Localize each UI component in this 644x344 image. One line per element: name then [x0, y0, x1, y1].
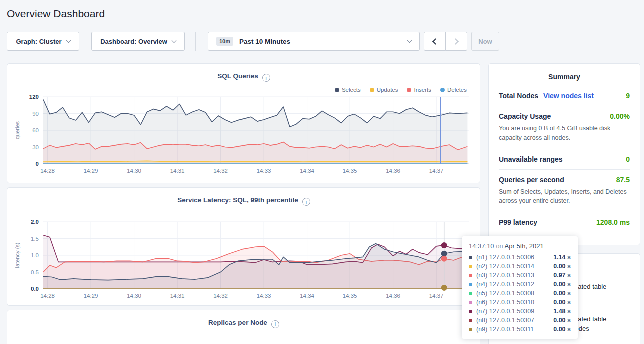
time-range-selector[interactable]: 10m Past 10 Minutes — [208, 32, 420, 51]
svg-text:14:29: 14:29 — [84, 168, 98, 174]
summary-row-p99-latency: P99 latency 1208.0 ms — [499, 212, 630, 232]
node-color-dot — [469, 319, 472, 322]
chart-title-row: Service Latency: SQL, 99th percentilei — [7, 188, 480, 206]
qps-subtitle: Sum of Selects, Updates, Inserts, and De… — [499, 187, 630, 206]
time-next-button[interactable] — [445, 32, 467, 51]
unavailable-ranges-label: Unavailable ranges — [499, 155, 563, 163]
summary-heading: Summary — [499, 64, 630, 86]
tooltip-row: (n5) 127.0.0.1:503080.00 s — [469, 289, 571, 298]
overview-dashboard-page: Overview Dashboard Graph: Cluster Dashbo… — [0, 0, 644, 344]
node-name: (n2) 127.0.0.1:50314 — [476, 263, 534, 270]
svg-text:14:31: 14:31 — [170, 293, 185, 299]
node-value: 1.14 s — [553, 254, 571, 261]
svg-text:14:33: 14:33 — [257, 168, 271, 174]
svg-text:14:30: 14:30 — [127, 293, 141, 299]
chevron-down-icon — [171, 38, 176, 43]
node-color-dot — [469, 256, 472, 259]
total-nodes-label: Total Nodes — [499, 92, 538, 100]
legend-item-selects[interactable]: Selects — [335, 87, 361, 93]
legend-label: Inserts — [414, 87, 431, 93]
legend-dot — [407, 88, 411, 92]
svg-text:14:28: 14:28 — [40, 168, 55, 174]
graph-selector-dropdown[interactable]: Graph: Cluster — [7, 32, 79, 51]
tooltip-on: on — [494, 242, 505, 250]
chevron-right-icon — [452, 38, 459, 45]
summary-row-capacity: Capacity Usage 0.00% You are using 0 B o… — [499, 106, 630, 149]
svg-text:14:29: 14:29 — [84, 293, 98, 299]
svg-text:120: 120 — [29, 94, 39, 100]
chart-tooltip: 14:37:10 on Apr 5th, 2021 (n1) 127.0.0.1… — [462, 236, 578, 339]
svg-text:1.0: 1.0 — [31, 252, 39, 258]
time-prev-button[interactable] — [424, 32, 446, 51]
time-range-badge: 10m — [216, 37, 233, 46]
node-value: 0.00 s — [553, 263, 571, 270]
svg-text:14:35: 14:35 — [343, 293, 357, 299]
svg-text:14:36: 14:36 — [386, 168, 400, 174]
node-color-dot — [469, 283, 472, 286]
svg-text:14:36: 14:36 — [386, 293, 400, 299]
tooltip-time: 14:37:10 — [469, 242, 494, 250]
qps-label: Queries per second — [499, 176, 564, 184]
info-icon[interactable]: i — [302, 198, 310, 206]
time-step-buttons — [424, 32, 467, 51]
legend-dot — [335, 88, 339, 92]
node-name: (n4) 127.0.0.1:50312 — [476, 281, 534, 288]
tooltip-row: (n8) 127.0.0.1:503070.00 s — [469, 316, 571, 325]
svg-text:2.0: 2.0 — [31, 219, 39, 225]
node-value: 1.48 s — [553, 308, 571, 315]
info-icon[interactable]: i — [271, 320, 279, 328]
chart-title: Service Latency: SQL, 99th percentile — [177, 196, 298, 204]
node-value: 0.00 s — [553, 326, 571, 333]
summary-row-unavailable-ranges: Unavailable ranges 0 — [499, 149, 630, 170]
svg-text:14:35: 14:35 — [343, 168, 357, 174]
capacity-value: 0.00% — [610, 112, 630, 120]
service-latency-chart[interactable]: 0.00.51.01.52.014:2814:2914:3014:3114:32… — [11, 219, 477, 308]
summary-row-total-nodes: Total Nodes View nodes list 9 — [499, 86, 630, 106]
svg-text:14:30: 14:30 — [127, 168, 141, 174]
node-color-dot — [469, 328, 472, 331]
svg-text:14:28: 14:28 — [40, 293, 55, 299]
node-color-dot — [469, 274, 472, 277]
tooltip-date: Apr 5th, 2021 — [505, 242, 544, 250]
svg-text:latency (s): latency (s) — [14, 243, 20, 268]
legend-label: Updates — [377, 87, 398, 93]
p99-latency-label: P99 latency — [499, 218, 537, 226]
controls-bar: Graph: Cluster Dashboard: Overview 10m P… — [7, 32, 637, 51]
graph-selector-label: Graph: Cluster — [16, 38, 61, 45]
legend-item-updates[interactable]: Updates — [370, 87, 398, 93]
chart-title: SQL Queries — [217, 72, 258, 80]
node-name: (n5) 127.0.0.1:50308 — [476, 290, 534, 297]
svg-text:14:37: 14:37 — [429, 168, 444, 174]
tooltip-row: (n9) 127.0.0.1:503110.00 s — [469, 325, 571, 334]
node-name: (n7) 127.0.0.1:50309 — [476, 308, 534, 315]
node-value: 0.00 s — [553, 317, 571, 324]
svg-text:14:37: 14:37 — [429, 293, 444, 299]
charts-column: SQL Queriesi SelectsUpdatesInsertsDelete… — [7, 63, 480, 344]
svg-text:0.0: 0.0 — [31, 286, 39, 292]
legend-item-inserts[interactable]: Inserts — [407, 87, 431, 93]
node-name: (n9) 127.0.0.1:50311 — [476, 326, 534, 333]
svg-text:60: 60 — [32, 127, 39, 133]
legend-label: Deletes — [447, 87, 467, 93]
svg-text:0: 0 — [36, 161, 39, 167]
now-button[interactable]: Now — [471, 32, 499, 51]
legend-item-deletes[interactable]: Deletes — [440, 87, 467, 93]
svg-text:14:31: 14:31 — [170, 168, 185, 174]
p99-latency-value: 1208.0 ms — [596, 218, 630, 226]
dashboard-selector-label: Dashboard: Overview — [100, 38, 167, 45]
dashboard-selector-dropdown[interactable]: Dashboard: Overview — [91, 32, 185, 51]
node-value: 0.00 s — [553, 290, 571, 297]
svg-text:1.5: 1.5 — [31, 236, 39, 242]
legend-dot — [440, 88, 445, 92]
sql-queries-chart[interactable]: 030609012014:2814:2914:3014:3114:3214:33… — [11, 94, 477, 183]
summary-panel: Summary Total Nodes View nodes list 9 Ca… — [488, 63, 640, 245]
svg-text:14:34: 14:34 — [300, 293, 314, 299]
view-nodes-list-link[interactable]: View nodes list — [543, 92, 594, 100]
svg-text:queries: queries — [14, 121, 20, 139]
node-value: 0.00 s — [553, 281, 571, 288]
tooltip-row: (n1) 127.0.0.1:503061.14 s — [469, 253, 571, 262]
info-icon[interactable]: i — [262, 74, 270, 82]
svg-text:14:34: 14:34 — [300, 168, 314, 174]
qps-value: 87.5 — [616, 176, 630, 184]
page-title: Overview Dashboard — [0, 0, 644, 20]
